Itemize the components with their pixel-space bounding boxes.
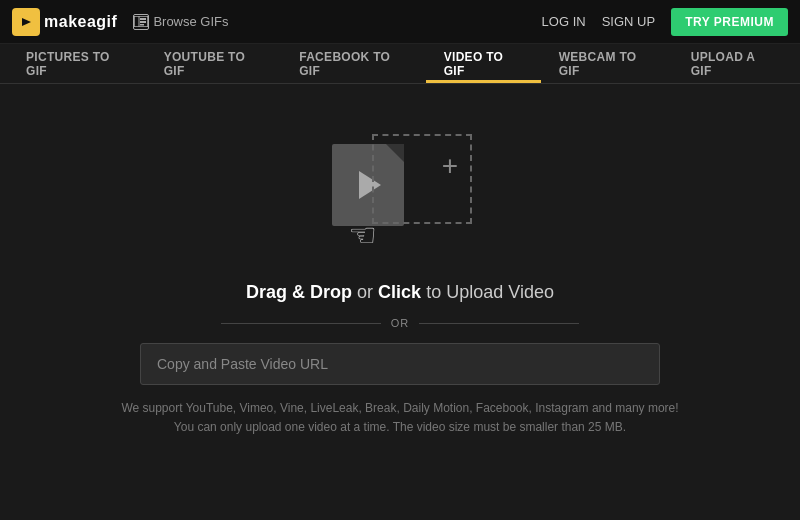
main-content: + ☞ Drag & Drop or Click to Upload Video… bbox=[0, 84, 800, 437]
tab-video[interactable]: VIDEO TO GIF bbox=[426, 44, 541, 83]
try-premium-button[interactable]: TRY PREMIUM bbox=[671, 8, 788, 36]
plus-icon: + bbox=[442, 152, 458, 180]
support-text: We support YouTube, Vimeo, Vine, LiveLea… bbox=[121, 399, 678, 437]
nav-tabs: PICTURES TO GIF YOUTUBE TO GIF FACEBOOK … bbox=[0, 44, 800, 84]
logo[interactable]: makeagif bbox=[12, 8, 117, 36]
login-link[interactable]: LOG IN bbox=[542, 14, 586, 29]
tab-youtube[interactable]: YOUTUBE TO GIF bbox=[146, 44, 282, 83]
tab-upload[interactable]: UPLOAD A GIF bbox=[673, 44, 792, 83]
browse-gifs-button[interactable]: Browse GIFs bbox=[133, 14, 228, 30]
logo-box bbox=[12, 8, 40, 36]
support-line1: We support YouTube, Vimeo, Vine, LiveLea… bbox=[121, 399, 678, 418]
upload-icon: + ☞ bbox=[320, 124, 480, 264]
or-divider: OR bbox=[221, 317, 580, 329]
or-line-left bbox=[221, 323, 381, 324]
browse-icon bbox=[133, 14, 149, 30]
tab-facebook[interactable]: FACEBOOK TO GIF bbox=[281, 44, 426, 83]
cursor-hand-icon: ☞ bbox=[348, 216, 377, 254]
url-input-wrapper bbox=[140, 343, 660, 385]
svg-rect-5 bbox=[140, 21, 146, 23]
url-input[interactable] bbox=[140, 343, 660, 385]
drag-drop-text: Drag & Drop or Click to Upload Video bbox=[246, 282, 554, 303]
tab-webcam[interactable]: WEBCAM TO GIF bbox=[541, 44, 673, 83]
signup-link[interactable]: SIGN UP bbox=[602, 14, 655, 29]
upload-area[interactable]: + ☞ Drag & Drop or Click to Upload Video bbox=[246, 124, 554, 317]
header-right: LOG IN SIGN UP TRY PREMIUM bbox=[542, 8, 788, 36]
support-line2: You can only upload one video at a time.… bbox=[121, 418, 678, 437]
svg-rect-6 bbox=[140, 24, 144, 26]
svg-rect-4 bbox=[140, 18, 146, 20]
header: makeagif Browse GIFs LOG IN SIGN UP TRY … bbox=[0, 0, 800, 44]
logo-text: makeagif bbox=[44, 13, 117, 31]
or-line-right bbox=[419, 323, 579, 324]
tab-pictures[interactable]: PICTURES TO GIF bbox=[8, 44, 146, 83]
drag-drop-bold: Drag & Drop bbox=[246, 282, 352, 302]
browse-gifs-label: Browse GIFs bbox=[153, 14, 228, 29]
or-label: OR bbox=[391, 317, 410, 329]
click-bold: Click bbox=[378, 282, 421, 302]
